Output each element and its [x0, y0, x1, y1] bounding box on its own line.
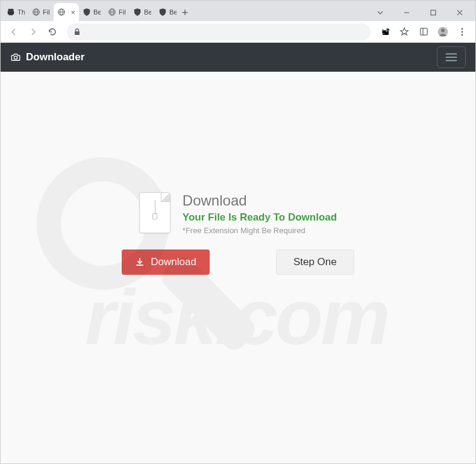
svg-rect-24	[420, 28, 427, 35]
tab[interactable]: Fil	[28, 3, 54, 21]
browser-toolbar	[1, 21, 475, 43]
step-one-button[interactable]: Step One	[276, 249, 354, 275]
minimize-button[interactable]	[393, 4, 420, 21]
back-button[interactable]	[5, 24, 22, 40]
svg-point-30	[462, 34, 463, 36]
hamburger-menu[interactable]	[437, 46, 466, 68]
forward-button[interactable]	[25, 24, 42, 40]
download-heading: Download	[183, 192, 337, 209]
download-icon	[135, 257, 145, 267]
svg-rect-25	[422, 28, 423, 35]
file-zip-icon	[139, 192, 171, 233]
download-button[interactable]: Download	[122, 249, 210, 275]
reload-button[interactable]	[44, 24, 61, 40]
ready-text: Your File Is Ready To Download	[183, 212, 337, 224]
menu-icon[interactable]	[454, 24, 471, 40]
dropdown-button[interactable]	[367, 4, 393, 21]
watermark-text: risk.com	[85, 272, 388, 362]
extension-note: *Free Extension Might Be Required	[183, 226, 337, 235]
share-icon[interactable]	[377, 24, 393, 40]
download-button-label: Download	[151, 256, 196, 268]
svg-rect-23	[75, 31, 80, 35]
page-content: Downloader risk.com Download Your File I…	[1, 43, 475, 463]
address-bar[interactable]	[67, 24, 371, 40]
extensions-icon[interactable]	[415, 24, 432, 40]
tab-title: Be	[93, 8, 101, 16]
svg-rect-2	[9, 13, 13, 16]
tab-title: Be	[169, 8, 177, 16]
maximize-button[interactable]	[420, 4, 446, 21]
close-window-button[interactable]	[446, 4, 473, 21]
tab[interactable]: Be	[155, 3, 177, 21]
file-info-row: Download Your File Is Ready To Download …	[139, 192, 337, 235]
site-header: Downloader	[1, 43, 475, 72]
browser-window: ThFilFil×BeFilBeBedc####Be + Downloader	[0, 0, 476, 464]
window-controls	[367, 4, 473, 21]
tab[interactable]: Be	[130, 3, 155, 21]
tab-title: Th	[17, 8, 25, 16]
svg-rect-22	[431, 10, 436, 15]
tab[interactable]: Fil	[104, 3, 130, 21]
svg-point-31	[14, 56, 17, 59]
svg-point-28	[462, 28, 463, 30]
tab[interactable]: Fil×	[54, 3, 79, 21]
tab-title: Fil	[119, 8, 126, 16]
profile-icon[interactable]	[434, 24, 451, 40]
tab[interactable]: Th	[3, 3, 28, 21]
camera-icon	[10, 52, 21, 63]
lock-icon	[73, 28, 81, 36]
svg-point-27	[441, 28, 445, 32]
svg-rect-0	[8, 9, 14, 11]
buttons-row: Download Step One	[122, 249, 354, 275]
brand-text: Downloader	[26, 51, 84, 63]
tab-title: Fil	[43, 8, 50, 16]
new-tab-button[interactable]: +	[177, 4, 193, 21]
main-content: Download Your File Is Ready To Download …	[1, 72, 475, 275]
svg-point-29	[462, 31, 463, 33]
tabs-row: ThFilFil×BeFilBeBedc####Be +	[1, 1, 475, 21]
hamburger-icon	[445, 52, 458, 63]
tab-title: Be	[144, 8, 151, 16]
site-brand[interactable]: Downloader	[10, 51, 84, 63]
tab[interactable]: Be	[79, 3, 104, 21]
star-icon[interactable]	[396, 24, 413, 40]
close-tab-icon[interactable]: ×	[70, 8, 75, 16]
step-button-label: Step One	[293, 256, 337, 268]
